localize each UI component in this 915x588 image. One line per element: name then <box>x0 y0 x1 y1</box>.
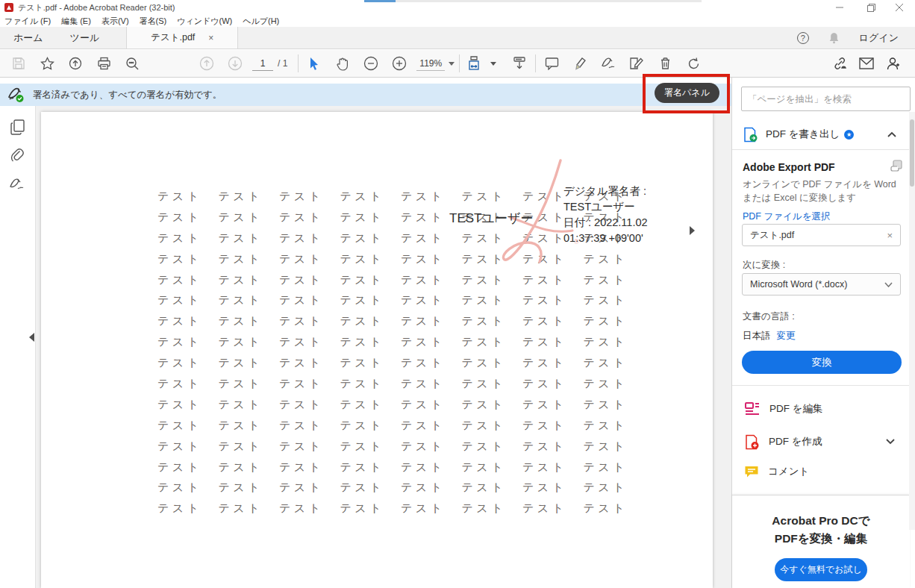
change-language-link[interactable]: 変更 <box>777 331 796 341</box>
tab-document[interactable]: テスト.pdf × <box>126 27 238 49</box>
zoom-in-icon[interactable] <box>388 53 410 74</box>
signature-panel-button[interactable]: 署名パネル <box>655 83 719 103</box>
help-icon[interactable]: ? <box>797 32 809 44</box>
left-panel-rail <box>0 106 36 588</box>
document-text: テスト <box>157 293 219 314</box>
document-text: テスト <box>401 293 462 314</box>
signature-name-overlay[interactable]: TESTユーザー <box>449 210 533 227</box>
signatures-pen-icon[interactable] <box>7 175 27 194</box>
document-text: テスト <box>401 273 462 294</box>
export-pdf-icon <box>743 127 758 143</box>
email-icon[interactable] <box>855 53 878 74</box>
refresh-icon[interactable] <box>682 53 705 74</box>
document-text: テスト <box>219 293 280 314</box>
tab-tools[interactable]: ツール <box>57 27 113 49</box>
document-text: テスト <box>522 314 584 335</box>
page-number-input[interactable] <box>252 56 273 71</box>
document-text: テスト <box>340 419 402 440</box>
tab-bar-right: ? ログイン <box>797 27 915 49</box>
search-icon[interactable] <box>121 53 143 74</box>
document-text: テスト <box>340 501 402 522</box>
select-pdf-file-link[interactable]: PDF ファイルを選択 <box>743 210 830 223</box>
chevron-down-icon[interactable] <box>886 439 895 445</box>
previous-page-icon[interactable] <box>196 53 218 74</box>
document-text: テスト <box>340 190 402 210</box>
signature-info-block[interactable]: デジタル署名者 : TESTユーザー 日付 : 2022.11.02 01:37… <box>563 184 664 246</box>
title-bar: テスト.pdf - Adobe Acrobat Reader (32-bit) <box>0 0 915 15</box>
fit-caret-icon[interactable] <box>490 62 496 66</box>
next-page-icon[interactable] <box>224 53 246 74</box>
document-text: テスト <box>462 335 523 356</box>
menu-file[interactable]: ファイル (F) <box>4 16 51 27</box>
select-tool-icon[interactable] <box>303 53 325 74</box>
zoom-level-value[interactable]: 119% <box>416 57 445 71</box>
restore-button[interactable] <box>858 0 884 15</box>
document-text: テスト <box>219 501 280 522</box>
close-tab-icon[interactable]: × <box>208 33 213 43</box>
search-input[interactable] <box>741 87 911 111</box>
share-link-icon[interactable] <box>828 53 851 74</box>
document-text: テスト <box>279 273 340 294</box>
document-text: テスト <box>340 273 402 294</box>
annotate-page-icon[interactable] <box>625 53 648 74</box>
document-text: テスト <box>219 314 280 335</box>
star-favorites-icon[interactable] <box>36 53 58 74</box>
print-icon[interactable] <box>93 53 115 74</box>
document-text: テスト <box>462 501 523 522</box>
pdf-page: テストテストテストテストテストテストテストテストテストテストテストテストテストテ… <box>41 112 713 588</box>
close-window-button[interactable] <box>887 0 912 15</box>
page-thumbnails-icon[interactable] <box>7 117 27 137</box>
save-icon[interactable] <box>7 53 30 74</box>
menu-help[interactable]: ヘルプ(H) <box>243 16 279 27</box>
trash-icon[interactable] <box>654 53 676 74</box>
zoom-out-icon[interactable] <box>360 53 382 74</box>
sidebar-scrollbar-thumb[interactable] <box>910 119 914 187</box>
convert-to-label: 次に変換 : <box>743 259 785 272</box>
document-text: テスト <box>279 419 340 440</box>
person-add-icon[interactable] <box>882 53 905 74</box>
highlighter-icon[interactable] <box>569 53 591 74</box>
attachments-paperclip-icon[interactable] <box>7 145 27 164</box>
menu-window[interactable]: ウィンドウ(W) <box>177 16 232 27</box>
document-text: テスト <box>584 314 645 335</box>
login-button[interactable]: ログイン <box>859 31 899 45</box>
document-text: テスト <box>584 398 645 419</box>
document-text: テスト <box>522 460 584 481</box>
convert-button[interactable]: 変換 <box>742 351 902 374</box>
expand-right-panel-icon[interactable] <box>690 226 699 238</box>
document-text: テスト <box>279 231 340 252</box>
zoom-caret-icon[interactable] <box>449 62 455 66</box>
collapse-left-panel-icon[interactable] <box>27 331 36 343</box>
minimize-button[interactable] <box>827 0 852 15</box>
document-text: テスト <box>462 377 523 398</box>
clear-file-icon[interactable]: × <box>887 230 893 241</box>
format-select[interactable]: Microsoft Word (*.docx) <box>742 273 901 295</box>
hand-tool-icon[interactable] <box>331 53 354 74</box>
tool-edit-pdf[interactable]: PDF を編集 <box>732 394 910 424</box>
document-text: テスト <box>219 398 280 419</box>
document-text: テスト <box>219 190 280 210</box>
cloud-upload-icon[interactable] <box>64 53 87 74</box>
tool-create-pdf[interactable]: PDF を作成 <box>732 427 910 457</box>
selected-file-field[interactable]: テスト.pdf × <box>742 224 901 246</box>
notifications-bell-icon[interactable] <box>828 32 840 44</box>
document-text: テスト <box>522 481 584 501</box>
free-trial-button[interactable]: 今すぐ無料でお試し <box>775 558 867 581</box>
scroll-mode-icon[interactable] <box>508 53 531 74</box>
fit-width-icon[interactable] <box>464 53 487 74</box>
document-text: テスト <box>279 501 340 522</box>
document-text: テスト <box>340 314 402 335</box>
document-text: テスト <box>584 419 645 440</box>
menu-sign[interactable]: 署名(S) <box>140 16 167 27</box>
menu-view[interactable]: 表示(V) <box>102 16 129 27</box>
tool-comment[interactable]: コメント <box>732 457 910 487</box>
menu-edit[interactable]: 編集 (E) <box>61 16 91 27</box>
collapse-panel-chevron-icon[interactable] <box>887 131 896 137</box>
fill-sign-icon[interactable] <box>597 53 619 74</box>
tab-home[interactable]: ホーム <box>0 27 57 49</box>
export-pdf-panel-header[interactable]: PDF を書き出し ★ <box>732 119 910 149</box>
sidebar-scrollbar[interactable] <box>909 112 915 530</box>
document-text: テスト <box>219 460 280 481</box>
promo-line-2: PDFを変換・編集 <box>732 530 910 548</box>
comment-icon[interactable] <box>540 53 563 74</box>
